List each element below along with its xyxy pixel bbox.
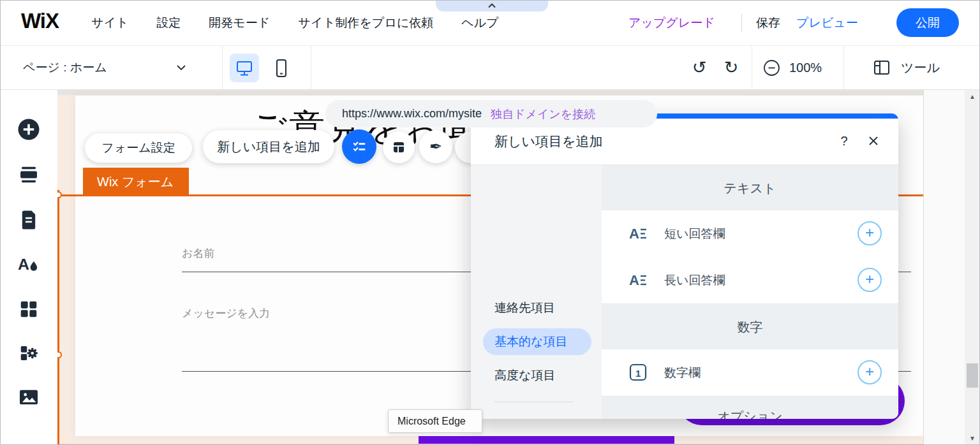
field-row-label: 短い回答欄 (664, 226, 725, 242)
message-field-placeholder[interactable]: メッセージを入力 (182, 306, 270, 321)
wix-editor-window: WiX サイト 設定 開発モード サイト制作をプロに依頼 ヘルプ アップグレード… (0, 0, 980, 445)
add-number-field-button[interactable]: + (858, 360, 882, 384)
brush-icon: ✒ (429, 138, 442, 156)
site-design-icon: A (18, 254, 40, 274)
field-row-label: 数字欄 (664, 365, 701, 381)
selection-handle[interactable] (57, 351, 62, 358)
canvas-gutter (923, 89, 965, 445)
browser-toolbar-reveal-tab[interactable] (436, 0, 548, 11)
selection-handle[interactable] (57, 191, 62, 198)
my-widgets-button[interactable] (17, 342, 40, 365)
long-answer-field-icon: A (628, 270, 648, 289)
layout-icon (391, 140, 406, 155)
menu-help[interactable]: ヘルプ (461, 15, 498, 31)
upgrade-link[interactable]: アップグレード (628, 15, 715, 31)
add-new-field-modal: 新しい項目を追加 ? 連絡先項目 基本的な項目 高度な項目 スパム対策 テキスト… (471, 113, 898, 419)
zoom-out-icon (763, 59, 780, 77)
wix-form-tag[interactable]: Wix フォーム (83, 168, 189, 196)
add-new-field-button[interactable]: 新しい項目を追加 (203, 130, 334, 163)
toolbar-divider (752, 46, 752, 89)
menu-settings[interactable]: 設定 (156, 15, 181, 31)
undo-button[interactable]: ↺ (688, 56, 711, 79)
zoom-level: 100% (789, 61, 822, 75)
plus-icon: + (865, 364, 874, 379)
nav-advanced-fields[interactable]: 高度な項目 (494, 367, 555, 384)
svg-text:A: A (18, 256, 29, 273)
image-icon (19, 388, 39, 406)
svg-text:A: A (629, 272, 639, 288)
toolbar-divider (843, 46, 844, 89)
desktop-view-button[interactable] (230, 54, 259, 82)
scroll-down-arrow[interactable]: ▼ (965, 432, 980, 444)
field-row-long-answer[interactable]: A 長い回答欄 + (602, 257, 898, 304)
menu-site[interactable]: サイト (91, 15, 128, 31)
desktop-icon (235, 60, 253, 77)
tools-button[interactable]: ツール (873, 46, 940, 89)
form-settings-button[interactable]: フォーム設定 (85, 133, 192, 163)
canvas-top-strip (57, 89, 923, 95)
connect-domain-link[interactable]: 独自ドメインを接続 (491, 106, 595, 122)
preview-button[interactable]: プレビュー (796, 15, 858, 31)
plus-icon: + (865, 272, 874, 287)
scrollbar-thumb[interactable] (967, 363, 978, 388)
widgets-gear-icon (19, 344, 38, 363)
site-design-button[interactable]: A (17, 252, 40, 275)
add-plus-icon (17, 118, 40, 141)
page-selector[interactable]: ページ : ホーム (23, 46, 186, 89)
editor-left-sidebar: A (0, 89, 57, 445)
zoom-control[interactable]: 100% (763, 46, 822, 89)
section-header-options: オプション (602, 408, 898, 419)
section-icon (18, 165, 40, 184)
add-section-button[interactable] (17, 163, 40, 186)
redo-button[interactable]: ↻ (720, 56, 743, 79)
field-row-number[interactable]: 1 数字欄 + (602, 349, 898, 397)
publish-button[interactable]: 公開 (896, 8, 959, 37)
svg-text:A: A (629, 226, 639, 242)
wix-logo[interactable]: WiX (21, 9, 59, 33)
checklist-icon (351, 138, 368, 155)
nav-basic-fields-active[interactable]: 基本的な項目 (483, 328, 591, 355)
media-button[interactable] (17, 386, 40, 409)
number-field-icon: 1 (628, 363, 648, 382)
site-url: https://www.wix.com/mysite (342, 107, 482, 120)
modal-close-button[interactable] (865, 133, 882, 149)
toolbar-divider (311, 46, 311, 89)
grid-squares-icon (19, 300, 38, 319)
modal-field-list: テキスト A 短い回答欄 + A 長い回答欄 (602, 165, 898, 419)
section-header-number: 数字 (602, 319, 898, 336)
plus-icon: + (865, 225, 874, 240)
menu-hire-pro[interactable]: サイト制作をプロに依頼 (298, 15, 433, 31)
site-url-bar[interactable]: https://www.wix.com/mysite 独自ドメインを接続 (325, 100, 657, 128)
layout-button[interactable] (383, 131, 415, 163)
purple-strip-element (419, 436, 674, 444)
editor-toolbar: ページ : ホーム https://www.wix.com/mysite 独自ド… (0, 46, 980, 90)
modal-category-nav: 連絡先項目 基本的な項目 高度な項目 スパム対策 (471, 165, 602, 419)
toolbar-divider (222, 46, 223, 89)
add-elements-button[interactable] (17, 118, 40, 141)
pages-button[interactable] (17, 208, 40, 231)
nav-contact-fields[interactable]: 連絡先項目 (494, 300, 555, 316)
mobile-view-button[interactable] (267, 54, 296, 82)
field-row-label: 長い回答欄 (664, 272, 725, 289)
add-short-answer-button[interactable]: + (858, 221, 882, 245)
browser-tooltip: Microsoft Edge (388, 409, 482, 433)
add-long-answer-button[interactable]: + (858, 268, 882, 292)
close-icon (868, 136, 879, 146)
vertical-scrollbar[interactable]: ▲ ▼ (965, 89, 980, 445)
chevron-down-icon (176, 64, 186, 71)
section-header-text: テキスト (602, 180, 898, 197)
app-market-button[interactable] (17, 298, 40, 321)
design-button[interactable]: ✒ (419, 130, 452, 163)
name-field-placeholder[interactable]: お名前 (182, 246, 214, 261)
page-icon (19, 210, 38, 230)
svg-text:1: 1 (635, 368, 641, 379)
nav-divider (494, 402, 573, 402)
field-row-short-answer[interactable]: A 短い回答欄 + (602, 210, 898, 258)
scroll-up-arrow[interactable]: ▲ (965, 91, 980, 102)
modal-help-button[interactable]: ? (836, 133, 852, 149)
manage-fields-button[interactable] (342, 129, 376, 164)
save-button[interactable]: 保存 (756, 15, 780, 31)
short-answer-field-icon: A (628, 224, 648, 243)
topbar-divider (741, 14, 742, 32)
menu-dev-mode[interactable]: 開発モード (209, 15, 270, 31)
